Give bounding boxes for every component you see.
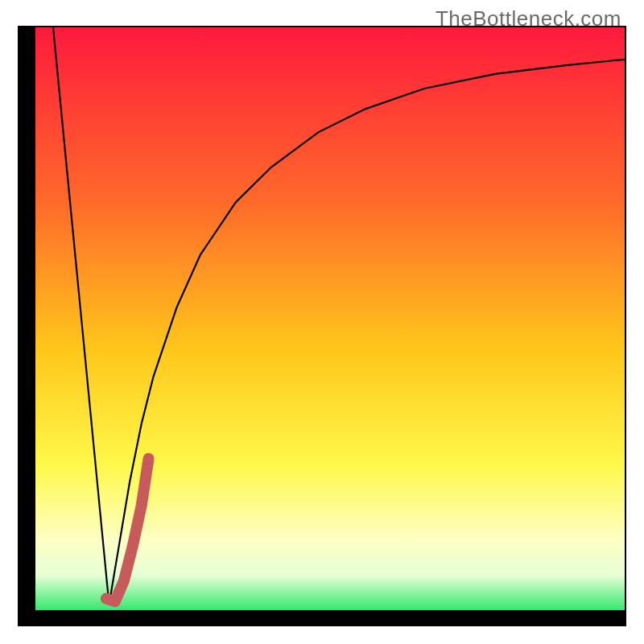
chart-container: TheBottleneck.com [0, 0, 644, 644]
plot-frame [18, 26, 626, 626]
gradient-background [35, 27, 625, 610]
plot-svg [18, 26, 626, 626]
watermark-text: TheBottleneck.com [436, 6, 621, 31]
